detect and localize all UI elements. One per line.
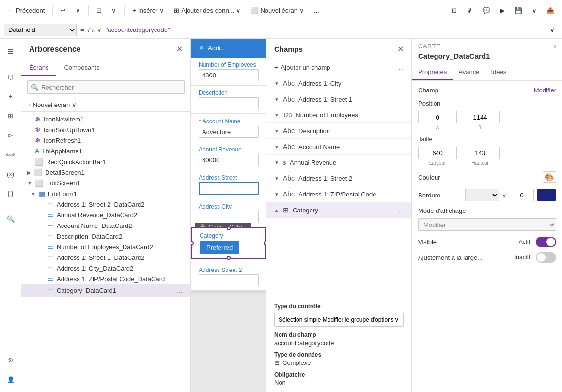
champs-item-accountname[interactable]: ▼ Abc Account Name xyxy=(266,139,411,155)
add-data-button[interactable]: ⊞ Ajouter des donn... ∨ xyxy=(170,5,245,16)
tree-item-EditForm1[interactable]: ▼ ▦ EditForm1 xyxy=(21,188,190,199)
preferred-button[interactable]: Preferred xyxy=(200,241,239,254)
menu-icon[interactable]: ☰ xyxy=(2,43,19,60)
play-button[interactable]: ▶ xyxy=(496,5,509,16)
tree-item-category[interactable]: ▭ Category_DataCard1 ... xyxy=(21,284,190,297)
share-button[interactable]: ⊡ xyxy=(448,5,461,16)
border-style-select[interactable]: — xyxy=(465,189,499,201)
save-button[interactable]: 💾 xyxy=(511,5,526,16)
description-input[interactable] xyxy=(199,97,259,109)
settings-icon[interactable]: ⚙ xyxy=(2,351,19,369)
pos-y-input[interactable] xyxy=(461,111,500,123)
copy-dropdown[interactable]: ∨ xyxy=(108,5,120,16)
insert-icon[interactable]: + xyxy=(2,88,19,105)
control-type-select[interactable]: Sélection simple Modifier le groupe d'op… xyxy=(274,313,404,327)
champs-item-category[interactable]: ▲ ⊞ Category ... xyxy=(266,202,411,218)
search-input[interactable] xyxy=(27,80,185,94)
search-icon[interactable]: 🔍 xyxy=(2,210,19,227)
tree-item-EditScreen1[interactable]: ▼ ⬜ EditScreen1 xyxy=(21,178,190,188)
num-employees-input[interactable] xyxy=(199,69,259,81)
tree-item-city[interactable]: ▭ Address 1: City_DataCard2 xyxy=(21,263,190,273)
tab-proprietes[interactable]: Propriétés xyxy=(412,64,453,80)
formula-dropdown[interactable]: ∨ xyxy=(97,26,102,33)
visible-toggle[interactable] xyxy=(536,237,556,247)
new-screen-button[interactable]: ⬜ Nouvel écran ∨ xyxy=(247,5,308,16)
resize-handle-right[interactable] xyxy=(264,241,266,245)
tree-item-zip[interactable]: ▭ Address 1: ZIP/Postal Code_DataCard xyxy=(21,273,190,284)
tab-composants[interactable]: Composants xyxy=(56,60,107,76)
height-input[interactable] xyxy=(461,147,500,159)
champs-item-city[interactable]: ▼ Abc Address 1: City xyxy=(266,75,411,91)
champs-item-numemployees[interactable]: ▼ 123 Number of Employees xyxy=(266,107,411,123)
insert-button[interactable]: + Insérer ∨ xyxy=(128,5,168,16)
tab-idees[interactable]: Idées xyxy=(485,64,512,80)
sidebar-close-button[interactable]: ✕ xyxy=(176,45,183,54)
champs-more-cat[interactable]: ... xyxy=(398,207,404,214)
resize-handle-top[interactable] xyxy=(227,226,231,230)
champs-item-annualrev[interactable]: ▼ $ Annual Revenue xyxy=(266,155,411,170)
tree-item-LblAppName1[interactable]: A LblAppName1 xyxy=(21,146,190,156)
tree-item-IconSortUpDown1[interactable]: ❄ IconSortUpDown1 xyxy=(21,124,190,135)
color-swatch[interactable]: 🎨 xyxy=(543,171,556,183)
mode-affichage-select[interactable]: Modifier xyxy=(418,218,556,231)
category-section[interactable]: Category Preferred xyxy=(191,227,266,259)
more-button[interactable]: ... xyxy=(310,5,323,16)
undo-dropdown[interactable]: ∨ xyxy=(72,5,84,16)
user-icon[interactable]: 👤 xyxy=(2,371,19,388)
width-input[interactable] xyxy=(418,147,457,159)
tree-item-description[interactable]: ▭ Description_DataCard2 xyxy=(21,231,190,241)
resize-handle-left[interactable] xyxy=(191,241,194,245)
canvas-area[interactable]: ✕ Addr... Number of Employees Descriptio… xyxy=(191,39,266,392)
champs-item-zip[interactable]: ▼ Abc Address 1: ZIP/Postal Code xyxy=(266,186,411,202)
champs-item-street1[interactable]: ▼ Abc Address 1: Street 1 xyxy=(266,91,411,107)
media-icon[interactable]: ⊳ xyxy=(2,126,19,144)
undo-button[interactable]: ↩ xyxy=(57,5,70,16)
var-icon[interactable]: (x) xyxy=(2,165,19,182)
resize-handle-bottom[interactable] xyxy=(227,256,231,260)
back-button[interactable]: ← Précédent xyxy=(4,5,48,16)
tree-item-accountname[interactable]: ▭ Account Name_DataCard2 xyxy=(21,220,190,231)
comment-button[interactable]: 💬 xyxy=(479,5,494,16)
tree-item-RectQuickActionBar1[interactable]: ⬜ RectQuickActionBar1 xyxy=(21,156,190,167)
tree-more-btn[interactable]: ... xyxy=(175,286,185,295)
border-width-input[interactable] xyxy=(510,189,534,201)
ajustement-toggle[interactable] xyxy=(536,252,556,263)
code-icon[interactable]: { } xyxy=(2,184,19,202)
publish-button[interactable]: 📤 xyxy=(543,5,558,16)
add-field-button[interactable]: + Ajouter un champ xyxy=(274,64,330,71)
formula-value[interactable]: "accountcategorycode" xyxy=(106,26,543,33)
tree-item-annual[interactable]: ▭ Annual Revenue_DataCard2 xyxy=(21,210,190,220)
account-name-input[interactable] xyxy=(199,126,259,138)
border-color-swatch[interactable] xyxy=(537,189,556,201)
new-screen-btn[interactable]: + Nouvel écran ∨ xyxy=(27,101,77,108)
champs-more-icon[interactable]: ... xyxy=(398,64,404,71)
address-city-input[interactable] xyxy=(199,211,259,223)
tab-avance[interactable]: Avancé xyxy=(453,64,485,80)
connectors-icon[interactable]: ⟺ xyxy=(2,146,19,163)
tree-item-street2[interactable]: ▭ Address 1: Street 2_DataCard2 xyxy=(21,199,190,210)
property-select[interactable]: DataField xyxy=(4,24,77,36)
tree-item-street1[interactable]: ▭ Address 1: Street 1_DataCard2 xyxy=(21,252,190,263)
tree-item-numemployees[interactable]: ▭ Number of Employees_DataCard2 xyxy=(21,241,190,252)
close-form-icon[interactable]: ✕ xyxy=(199,45,204,52)
tab-ecrans[interactable]: Écrans xyxy=(21,60,56,76)
save-dropdown[interactable]: ∨ xyxy=(528,5,541,16)
champs-close-button[interactable]: ✕ xyxy=(397,45,404,54)
champs-item-description[interactable]: ▼ Abc Description xyxy=(266,123,411,139)
data-icon[interactable]: ⊞ xyxy=(2,107,19,124)
champs-item-street2[interactable]: ▼ Abc Address 1: Street 2 xyxy=(266,170,411,186)
address-street2-input[interactable] xyxy=(199,274,259,286)
tree-item-DetailScreen1[interactable]: ▶ ⬜ DetailScreen1 xyxy=(21,167,190,178)
layers-icon[interactable]: ⬡ xyxy=(2,68,19,86)
width-group: Largeur xyxy=(418,147,457,166)
tree-item-IconRefresh1[interactable]: ❄ IconRefresh1 xyxy=(21,135,190,146)
modifier-link[interactable]: Modifier xyxy=(534,87,556,94)
pos-x-input[interactable] xyxy=(418,111,457,123)
annual-revenue-input[interactable] xyxy=(199,154,259,166)
tree-item-IconNewItem1[interactable]: ❄ IconNewItem1 xyxy=(21,114,190,124)
mic-button[interactable]: 🎙 xyxy=(463,5,477,16)
address-street1-input[interactable] xyxy=(199,182,259,195)
expand-icon[interactable]: › xyxy=(554,43,556,50)
copy-button[interactable]: ⊡ xyxy=(93,5,106,16)
formula-expand-button[interactable]: ∨ xyxy=(546,24,558,36)
